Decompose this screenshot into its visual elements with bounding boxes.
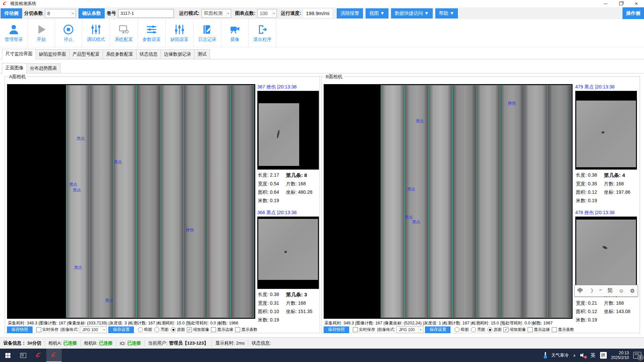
- simplified-chinese-icon[interactable]: 简: [607, 287, 613, 294]
- ime-mode-chinese[interactable]: 中: [577, 287, 584, 294]
- save-snapshot-button[interactable]: 保存快照: [324, 326, 349, 333]
- operator-side-button[interactable]: 操作侧: [623, 7, 644, 19]
- defect-settings-button[interactable]: 缺陷设置: [166, 19, 194, 47]
- slit-count-dropdown[interactable]: 8▾: [45, 9, 76, 18]
- annotation-layer: 挫伤黑点黑点黑点黑点: [324, 84, 573, 319]
- help-menu-button[interactable]: 帮助 ▼: [435, 8, 458, 18]
- tab-front-image[interactable]: 正面图像: [2, 63, 27, 73]
- data-quick-access-button[interactable]: 数据快捷访问 ▼: [391, 8, 433, 18]
- task-view-button[interactable]: [15, 349, 31, 362]
- ribbon-label: 摄像: [230, 37, 239, 43]
- minimize-button[interactable]: [598, 0, 613, 7]
- view-menu-button[interactable]: 视图 ▼: [366, 8, 388, 18]
- debug-mode-button[interactable]: 调试模式: [82, 19, 110, 47]
- ribbon-label: 开始: [37, 37, 46, 43]
- show-edge-checkbox[interactable]: [528, 327, 533, 332]
- bright-image-radio[interactable]: [471, 327, 476, 332]
- defect-thumbnail[interactable]: [257, 91, 319, 170]
- defect-annotation: 黑点: [69, 182, 77, 187]
- stop-button[interactable]: 停止: [55, 19, 82, 47]
- tab-defect-monitor[interactable]: 缺陷监控界面: [36, 49, 69, 59]
- maximize-button[interactable]: [613, 0, 629, 7]
- defect-header: 478 挫伤 |20:13:38: [575, 210, 637, 216]
- clock[interactable]: 20:13 2025/2/10: [611, 351, 629, 360]
- punctuation-icon[interactable]: °′: [599, 289, 602, 293]
- run-mode-dropdown[interactable]: 双面检测▾: [202, 9, 231, 18]
- length-label: 长度:: [258, 172, 269, 178]
- camera-a-status-line: 采集耗时: 348.3 |图像计数: 167 |像素坐标: (333,7139)…: [8, 320, 238, 326]
- defect-mark: [602, 245, 608, 249]
- camera-a-image[interactable]: 黑点黑点黑点黑点挫伤黑点黑点: [7, 84, 255, 319]
- show-count-checkbox[interactable]: [235, 327, 240, 332]
- original-image-radio[interactable]: [171, 327, 176, 332]
- start-button[interactable]: [0, 349, 15, 362]
- original-image-radio[interactable]: [487, 327, 492, 332]
- save-settings-button[interactable]: 保存设置: [108, 326, 134, 333]
- defect-thumbnail[interactable]: [575, 91, 637, 170]
- camera-a-group: A面相机 黑点黑点黑点黑点挫伤黑点黑点 367 挫伤 |20:13:38 长度:…: [5, 76, 320, 333]
- tab-system-param-config[interactable]: 系统参数配置: [103, 49, 137, 59]
- confirm-count-button[interactable]: 确认条数: [78, 8, 105, 18]
- roll-number-input[interactable]: [118, 9, 174, 18]
- ime-settings-gear-icon[interactable]: ⚙: [629, 288, 635, 294]
- width-label: 宽度:: [258, 300, 269, 306]
- exit-program-button[interactable]: 退出程序: [249, 19, 276, 47]
- show-edge-checkbox[interactable]: [211, 327, 216, 332]
- language-indicator[interactable]: 英: [591, 352, 596, 359]
- tab-distribution-trend-chart[interactable]: 分布趋势图表: [26, 63, 60, 73]
- taskbar-app-active[interactable]: [46, 349, 62, 362]
- show-count-checkbox[interactable]: [552, 327, 557, 332]
- camera-record-button[interactable]: 摄像: [221, 19, 249, 47]
- tray-expand-chevron-icon[interactable]: ∧: [573, 353, 576, 358]
- zoom-image-checkbox[interactable]: ✓: [187, 327, 192, 332]
- defect-annotation: 黑点: [407, 186, 415, 192]
- admin-login-button[interactable]: 管理登录: [0, 19, 28, 47]
- realtime-save-checkbox[interactable]: [36, 327, 41, 332]
- tab-test[interactable]: 测试: [194, 49, 210, 59]
- start-button[interactable]: 开始: [28, 19, 55, 47]
- ime-indicator[interactable]: 拼: [600, 352, 607, 359]
- app-logo-icon: [35, 352, 42, 359]
- moon-icon[interactable]: ☽: [588, 288, 594, 294]
- zoom-image-label: 缩放图像: [509, 327, 526, 333]
- zoom-image-checkbox[interactable]: ✓: [503, 327, 508, 332]
- tab-size-monitor[interactable]: 尺寸监控界面: [2, 49, 36, 59]
- notification-center-icon[interactable]: 6: [633, 352, 641, 359]
- log-book-icon: [202, 24, 213, 35]
- sliders-horizontal-icon: [146, 24, 157, 35]
- tab-product-model-config[interactable]: 产品型号配置: [69, 49, 103, 59]
- chart-points-dropdown[interactable]: 100▾: [257, 9, 277, 18]
- close-button[interactable]: ✕: [629, 0, 644, 7]
- camera-b-image[interactable]: 挫伤黑点黑点黑点黑点: [324, 84, 573, 319]
- taskbar-app-1[interactable]: [31, 349, 46, 362]
- weather-thermometer-icon[interactable]: [544, 352, 547, 359]
- parameter-settings-button[interactable]: 参数设置: [138, 19, 166, 47]
- weather-text[interactable]: 天气寒冷: [551, 352, 569, 358]
- defect-thumbnail[interactable]: [257, 217, 319, 289]
- image-format-dropdown[interactable]: JPG 100▾: [396, 326, 423, 333]
- emoji-icon[interactable]: ☺: [618, 288, 625, 294]
- defect-thumbnail[interactable]: [575, 217, 637, 289]
- defect-mark: [601, 131, 604, 133]
- clear-alarm-button[interactable]: 清除报警: [337, 8, 363, 18]
- sub-tab-bar: 正面图像 分布趋势图表: [0, 64, 644, 73]
- system-config-button[interactable]: 系统配置: [110, 19, 138, 47]
- defect-annotation: 挫伤: [186, 227, 194, 233]
- image-format-dropdown[interactable]: JPG 100▾: [80, 326, 107, 333]
- area-value: 0.10: [270, 309, 279, 314]
- width-label: 宽度:: [258, 181, 269, 186]
- save-snapshot-button[interactable]: 保存快照: [7, 326, 33, 333]
- tab-status-info[interactable]: 状态信息: [136, 49, 161, 59]
- dark-image-radio[interactable]: [454, 327, 460, 332]
- current-user-label: 当前用户:: [148, 340, 167, 346]
- defect-annotation: 黑点: [76, 136, 85, 141]
- save-settings-button[interactable]: 保存设置: [425, 326, 450, 333]
- realtime-save-checkbox[interactable]: [353, 327, 358, 332]
- transmission-side-button[interactable]: 传动侧: [1, 8, 22, 18]
- dark-image-radio[interactable]: [138, 327, 143, 332]
- tab-edge-data-record[interactable]: 边缘数据记录: [161, 49, 195, 59]
- log-record-button[interactable]: 日志记录: [194, 19, 221, 47]
- area-label: 面积:: [576, 189, 587, 195]
- volume-muted-icon[interactable]: ✕: [580, 353, 586, 358]
- bright-image-radio[interactable]: [154, 327, 159, 332]
